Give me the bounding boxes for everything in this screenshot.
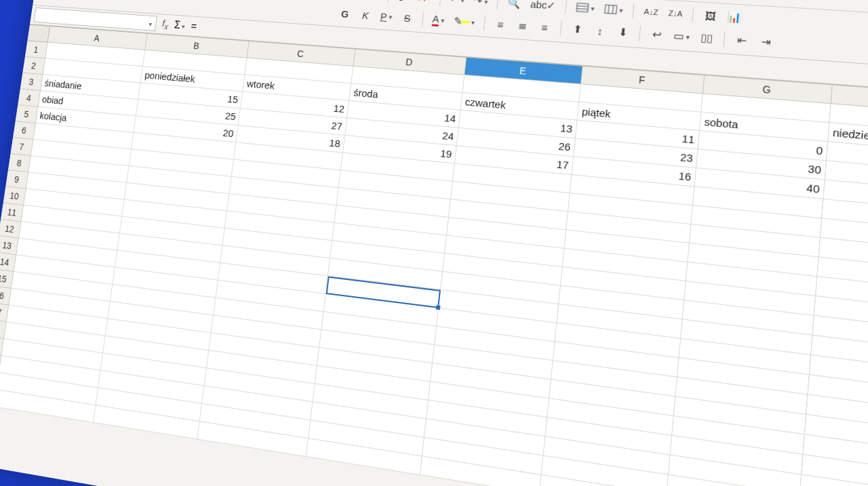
undo-icon[interactable]: ↶ (447, 0, 469, 9)
spellcheck-icon[interactable]: abc✓ (527, 0, 560, 15)
clear-format-icon[interactable]: A̶ (416, 0, 435, 7)
italic-button[interactable]: K (356, 6, 375, 24)
paste-icon[interactable]: 📋 (358, 0, 382, 3)
indent-inc-icon[interactable]: ⇥ (755, 32, 776, 52)
row-header-6[interactable]: 6 (13, 121, 36, 140)
separator (422, 12, 424, 26)
unmerge-icon[interactable]: ▯▯ (696, 28, 717, 48)
row-header-4[interactable]: 4 (18, 89, 41, 107)
separator (387, 0, 389, 3)
separator (484, 16, 486, 31)
separator (723, 31, 725, 47)
separator (565, 0, 567, 14)
find-icon[interactable]: 🔍 (504, 0, 524, 13)
underline-button[interactable]: P (377, 7, 396, 26)
separator (439, 0, 441, 6)
sigma-icon[interactable]: Σ (174, 19, 186, 31)
merge-icon[interactable]: ▭ (670, 26, 694, 46)
svg-line-5 (613, 5, 614, 14)
spreadsheet-grid[interactable]: ABCDEFGH12poniedziałekwtorekśrodaczwarte… (0, 24, 868, 486)
align-right-icon[interactable]: ≡ (534, 18, 554, 37)
row-header-1[interactable]: 1 (25, 41, 48, 58)
select-all-corner[interactable] (27, 25, 50, 43)
app-window: Style Arkusz Dane Narzędzia Okno Pomoc 1… (0, 0, 868, 486)
valign-middle-icon[interactable]: ↕ (590, 21, 610, 40)
row-header-7[interactable]: 7 (10, 138, 33, 156)
clone-format-icon[interactable]: 🖌 (395, 0, 414, 5)
svg-line-2 (577, 9, 589, 9)
valign-top-icon[interactable]: ⬆ (568, 20, 588, 39)
separator (639, 26, 641, 41)
row-header-2[interactable]: 2 (22, 57, 45, 75)
separator (633, 3, 635, 18)
copy-icon[interactable]: ⧉ (338, 0, 357, 1)
sort-asc-icon[interactable]: A↓Z (640, 2, 662, 21)
wrap-icon[interactable]: ↩ (646, 25, 667, 45)
svg-line-4 (608, 5, 609, 14)
chevron-down-icon (146, 18, 153, 28)
valign-bottom-icon[interactable]: ⬇ (613, 23, 633, 42)
row-header-8[interactable]: 8 (8, 154, 31, 172)
separator (496, 0, 498, 9)
highlight-icon[interactable]: ✎ (450, 12, 479, 31)
row-header-11[interactable]: 11 (1, 203, 24, 222)
column-icon[interactable] (601, 0, 627, 19)
row-header-13[interactable]: 13 (0, 236, 19, 255)
indent-dec-icon[interactable]: ⇤ (731, 31, 752, 50)
separator (692, 7, 694, 22)
align-center-icon[interactable]: ≣ (513, 16, 532, 35)
sort-desc-icon[interactable]: Z↓A (665, 4, 686, 24)
row-header-9[interactable]: 9 (5, 170, 28, 189)
row-header-10[interactable]: 10 (3, 186, 26, 205)
row-header-3[interactable]: 3 (20, 73, 43, 91)
svg-line-1 (577, 6, 589, 7)
svg-rect-3 (605, 5, 617, 14)
equals-icon[interactable]: = (188, 20, 200, 33)
align-left-icon[interactable]: ≡ (491, 15, 511, 34)
fx-icon[interactable]: fx (159, 17, 172, 31)
separator (560, 20, 562, 35)
image-icon[interactable]: 🖼 (700, 6, 721, 26)
bold-button[interactable]: G (336, 5, 355, 23)
row-header-12[interactable]: 12 (0, 220, 21, 239)
row-icon[interactable] (573, 0, 599, 18)
svg-rect-0 (576, 3, 589, 12)
fontcolor-icon[interactable]: A (429, 11, 448, 29)
strikethrough-icon[interactable]: S (398, 9, 417, 27)
redo-icon[interactable]: ↷ (470, 0, 492, 10)
chart-icon[interactable]: 📊 (724, 7, 745, 27)
row-header-5[interactable]: 5 (16, 105, 39, 123)
